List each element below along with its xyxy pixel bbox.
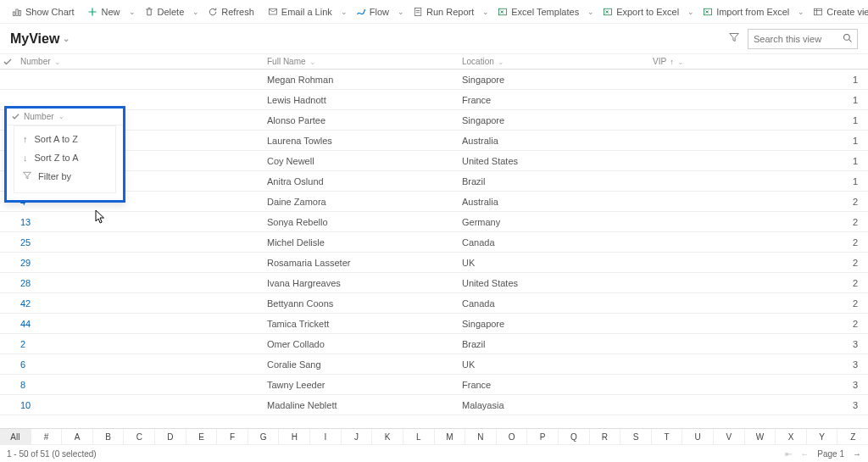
toolbar-export-to-excel[interactable]: Export to Excel: [598, 4, 684, 19]
alpha-u[interactable]: U: [682, 429, 714, 444]
cell-number[interactable]: 2: [15, 339, 262, 349]
cell-number[interactable]: 10: [15, 400, 262, 410]
cell-fullname: Laurena Towles: [262, 136, 457, 146]
next-page-icon[interactable]: →: [853, 449, 861, 459]
column-header-vip[interactable]: VIP ↑ ⌄: [648, 54, 868, 69]
chevron-down-icon: ⌄: [398, 8, 404, 16]
chevron-down-icon: ⌄: [677, 58, 684, 66]
table-row[interactable]: Megan RohmanSingapore1: [0, 70, 868, 90]
alpha-o[interactable]: O: [497, 429, 528, 444]
cell-number[interactable]: 13: [15, 217, 262, 227]
alpha-#[interactable]: #: [31, 429, 63, 444]
toolbar-import-from-excel[interactable]: Import from Excel: [698, 4, 794, 19]
table-row[interactable]: 44Tamica TrickettSingapore2: [0, 314, 868, 334]
column-menu-header[interactable]: Number ⌄: [7, 109, 123, 125]
alpha-a[interactable]: A: [62, 429, 93, 444]
alpha-l[interactable]: L: [403, 429, 435, 444]
cell-vip: 3: [648, 400, 868, 410]
alpha-e[interactable]: E: [186, 429, 218, 444]
column-header-number[interactable]: Number ⌄: [15, 54, 262, 69]
table-row[interactable]: 36Laurena TowlesAustralia1: [0, 131, 868, 151]
toolbar-dropdown[interactable]: ⌄: [341, 8, 348, 16]
alpha-r[interactable]: R: [590, 429, 621, 444]
search-icon[interactable]: [843, 33, 853, 46]
alpha-k[interactable]: K: [372, 429, 403, 444]
toolbar-refresh[interactable]: Refresh: [203, 4, 259, 19]
sort-z-to-a[interactable]: ↓ Sort Z to A: [14, 148, 115, 167]
table-row[interactable]: 39Coy NewellUnited States1: [0, 151, 868, 171]
alpha-p[interactable]: P: [527, 429, 559, 444]
alpha-t[interactable]: T: [652, 429, 683, 444]
cell-number[interactable]: 6: [15, 359, 262, 370]
view-selector[interactable]: MyView ⌄: [10, 31, 70, 47]
toolbar-dropdown[interactable]: ⌄: [687, 8, 694, 16]
alpha-m[interactable]: M: [435, 429, 466, 444]
table-row[interactable]: 29Rosamaria LasseterUK2: [0, 253, 868, 273]
table-row[interactable]: 28Ivana HargreavesUnited States2: [0, 273, 868, 293]
toolbar-dropdown[interactable]: ⌄: [192, 8, 199, 16]
toolbar-create-view[interactable]: Create view: [808, 4, 868, 19]
alpha-n[interactable]: N: [465, 429, 497, 444]
alpha-f[interactable]: F: [217, 429, 248, 444]
cell-number[interactable]: 42: [15, 298, 262, 309]
toolbar-flow[interactable]: Flow: [351, 4, 394, 19]
alpha-d[interactable]: D: [155, 429, 186, 444]
status-bar: 1 - 50 of 51 (0 selected) ⇤ ← Page 1 →: [0, 445, 868, 462]
toolbar-dropdown[interactable]: ⌄: [798, 8, 804, 16]
alpha-s[interactable]: S: [620, 429, 652, 444]
column-header-fullname[interactable]: Full Name ⌄: [262, 54, 457, 69]
table-row[interactable]: 8Tawny LeederFrance3: [0, 375, 868, 395]
alpha-w[interactable]: W: [745, 429, 776, 444]
table-row[interactable]: 10Madaline NeblettMalayasia3: [0, 395, 868, 415]
table-row[interactable]: 42Bettyann CoonsCanada2: [0, 293, 868, 314]
cell-number[interactable]: 28: [15, 278, 262, 288]
alpha-g[interactable]: G: [248, 429, 280, 444]
cell-fullname: Bettyann Coons: [262, 298, 457, 309]
cell-number[interactable]: 8: [15, 380, 262, 390]
cell-fullname: Ivana Hargreaves: [262, 278, 457, 288]
table-row[interactable]: 6Coralie SangUK3: [0, 354, 868, 375]
first-page-icon[interactable]: ⇤: [785, 449, 792, 459]
toolbar-show-chart[interactable]: Show Chart: [7, 4, 79, 19]
table-row[interactable]: 25Michel DelisleCanada2: [0, 232, 868, 253]
alpha-c[interactable]: C: [124, 429, 155, 444]
prev-page-icon[interactable]: ←: [800, 449, 809, 459]
table-row[interactable]: 13Sonya RebelloGermany2: [0, 212, 868, 232]
toolbar-email-a-link[interactable]: Email a Link: [263, 4, 337, 19]
sort-a-to-z[interactable]: ↑ Sort A to Z: [14, 130, 115, 148]
toolbar-dropdown[interactable]: ⌄: [129, 8, 136, 16]
toolbar-delete[interactable]: Delete: [139, 4, 190, 19]
search-box[interactable]: [748, 29, 858, 49]
cell-location: Germany: [457, 217, 648, 227]
table-row[interactable]: 50Anitra OslundBrazil1: [0, 171, 868, 192]
toolbar-dropdown[interactable]: ⌄: [398, 8, 404, 16]
alpha-b[interactable]: B: [93, 429, 125, 444]
cell-number[interactable]: 44: [15, 319, 262, 329]
column-header-location[interactable]: Location ⌄: [457, 54, 648, 69]
table-row[interactable]: Lewis HadnottFrance1: [0, 90, 868, 110]
toolbar-excel-templates[interactable]: Excel Templates: [492, 4, 584, 19]
table-row[interactable]: 2Omer ColladoBrazil3: [0, 334, 868, 354]
cell-number[interactable]: 25: [15, 237, 262, 248]
toolbar-dropdown[interactable]: ⌄: [587, 8, 594, 16]
alpha-y[interactable]: Y: [807, 429, 838, 444]
toolbar-run-report[interactable]: Run Report: [408, 4, 479, 19]
filter-icon[interactable]: [729, 32, 739, 45]
alpha-z[interactable]: Z: [837, 429, 868, 444]
table-row[interactable]: 4Daine ZamoraAustralia2: [0, 192, 868, 212]
alpha-j[interactable]: J: [342, 429, 373, 444]
cell-number[interactable]: 29: [15, 258, 262, 268]
alpha-all[interactable]: All: [0, 429, 31, 444]
filter-by[interactable]: Filter by: [14, 167, 115, 186]
toolbar-new[interactable]: New: [82, 4, 125, 19]
alpha-q[interactable]: Q: [559, 429, 590, 444]
cell-location: Canada: [457, 237, 648, 248]
table-row[interactable]: Alonso ParteeSingapore1: [0, 110, 868, 131]
toolbar-dropdown[interactable]: ⌄: [482, 8, 489, 16]
alpha-h[interactable]: H: [279, 429, 310, 444]
alpha-i[interactable]: I: [310, 429, 342, 444]
select-all-checkbox[interactable]: [0, 54, 15, 69]
alpha-v[interactable]: V: [714, 429, 745, 444]
alpha-x[interactable]: X: [776, 429, 807, 444]
search-input[interactable]: [754, 34, 838, 44]
